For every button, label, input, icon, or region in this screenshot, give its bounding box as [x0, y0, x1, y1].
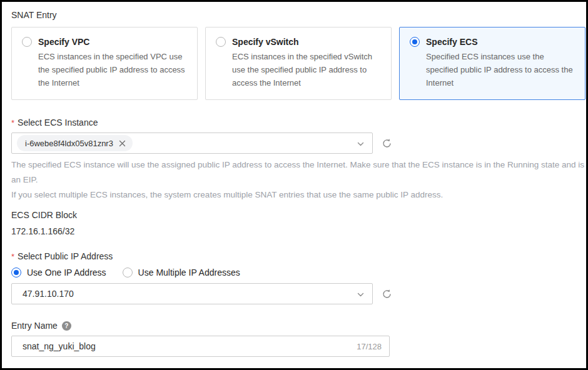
public-ip-mode-radio-group: Use One IP Address Use Multiple IP Addre… [11, 268, 586, 278]
help-line-3: If you select multiple ECS instances, th… [11, 188, 586, 202]
card-desc-specify-vswitch: ECS instances in the specified vSwitch u… [232, 50, 381, 89]
radio-use-multiple-ips-label: Use Multiple IP Addresses [138, 268, 240, 278]
card-specify-vswitch[interactable]: Specify vSwitch ECS instances in the spe… [205, 27, 392, 100]
refresh-icon[interactable] [382, 289, 392, 299]
entry-name-label: Entry Name [11, 321, 58, 331]
refresh-icon[interactable] [382, 138, 392, 149]
radio-use-one-ip[interactable]: Use One IP Address [11, 268, 106, 278]
card-desc-specify-vpc: ECS instances in the specified VPC use t… [38, 50, 187, 89]
snat-type-card-group: Specify VPC ECS instances in the specifi… [11, 27, 585, 100]
help-icon[interactable]: ? [62, 321, 71, 331]
entry-name-char-counter: 17/128 [357, 342, 382, 351]
entry-name-field: 17/128 [11, 336, 390, 357]
radio-specify-ecs[interactable] [410, 37, 420, 47]
radio-icon [123, 268, 133, 278]
radio-use-multiple-ips[interactable]: Use Multiple IP Addresses [123, 268, 240, 278]
radio-specify-vpc[interactable] [22, 37, 32, 47]
ecs-instance-tag: i-6webe8f4ldx05v81znr3 [17, 135, 133, 151]
card-specify-ecs[interactable]: Specify ECS Specified ECS instances use … [399, 27, 585, 100]
chevron-down-icon [357, 290, 365, 301]
ecs-instance-tag-label: i-6webe8f4ldx05v81znr3 [25, 139, 113, 148]
card-specify-vpc[interactable]: Specify VPC ECS instances in the specifi… [11, 27, 198, 100]
select-ecs-instance-label: *Select ECS Instance [11, 118, 586, 128]
radio-specify-vswitch[interactable] [216, 37, 226, 47]
radio-icon [11, 268, 21, 278]
card-title-specify-vswitch: Specify vSwitch [232, 37, 299, 47]
snat-entry-form: SNAT Entry Specify VPC ECS instances in … [2, 2, 586, 357]
public-ip-select-value: 47.91.10.170 [17, 289, 74, 299]
ecs-cidr-block-label: ECS CIDR Block [11, 210, 586, 220]
help-line-1: The specified ECS instance will use the … [11, 158, 586, 172]
close-icon[interactable] [119, 140, 126, 147]
help-line-2: an EIP. [11, 172, 586, 188]
card-title-specify-vpc: Specify VPC [38, 37, 89, 47]
public-ip-select[interactable]: 47.91.10.170 [11, 283, 373, 304]
ecs-instance-select[interactable]: i-6webe8f4ldx05v81znr3 [11, 132, 373, 154]
card-title-specify-ecs: Specify ECS [426, 37, 477, 47]
required-marker: * [11, 252, 14, 261]
radio-use-one-ip-label: Use One IP Address [27, 268, 106, 278]
ecs-instance-help-text: The specified ECS instance will use the … [11, 158, 586, 202]
entry-name-input[interactable] [23, 341, 357, 351]
select-public-ip-label: *Select Public IP Address [11, 251, 586, 261]
chevron-down-icon [357, 139, 365, 151]
ecs-cidr-block-value: 172.16.1.166/32 [11, 226, 586, 236]
snat-entry-label: SNAT Entry [11, 10, 586, 20]
card-desc-specify-ecs: Specified ECS instances use the specifie… [426, 50, 575, 89]
required-marker: * [11, 118, 14, 128]
